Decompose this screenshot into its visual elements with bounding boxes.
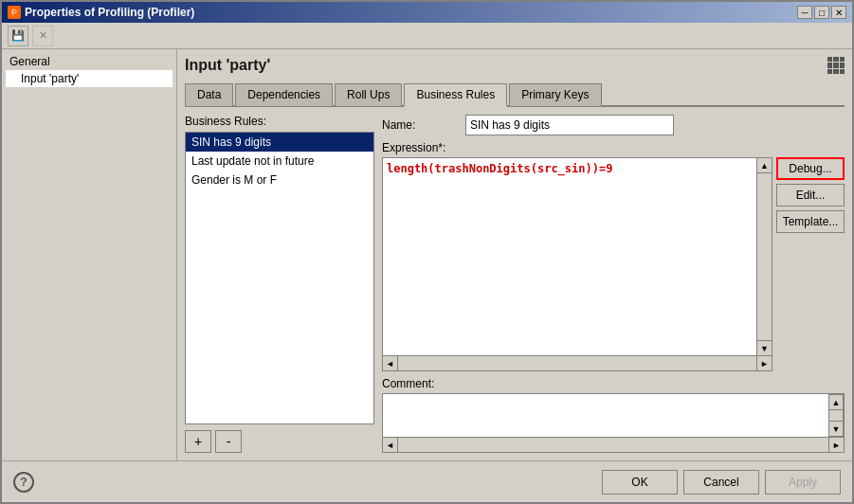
panel-title: Input 'party' xyxy=(185,57,270,74)
edit-button[interactable]: Edit... xyxy=(776,184,845,207)
maximize-button[interactable]: □ xyxy=(814,6,829,19)
toolbar: 💾 ✕ xyxy=(2,23,852,49)
bottom-bar: ? OK Cancel Apply xyxy=(2,460,852,502)
expression-hscrollbar[interactable]: ◄ ► xyxy=(382,356,772,371)
expr-scroll-down[interactable]: ▼ xyxy=(757,340,772,355)
sidebar-item-input-party[interactable]: Input 'party' xyxy=(6,70,173,87)
name-input[interactable] xyxy=(465,115,674,135)
expr-hscroll-right[interactable]: ► xyxy=(756,356,772,370)
comment-input[interactable] xyxy=(383,394,828,437)
window-icon: P xyxy=(8,6,21,19)
br-list-item-2[interactable]: Gender is M or F xyxy=(186,171,373,189)
expr-hscroll-track xyxy=(398,356,756,370)
br-list-item-1[interactable]: Last update not in future xyxy=(186,152,373,171)
tabs-row: Data Dependencies Roll Ups Business Rule… xyxy=(185,81,845,107)
br-list-item-0[interactable]: SIN has 9 digits xyxy=(186,133,373,152)
title-bar-left: P Properties of Profiling (Profiler) xyxy=(8,6,194,19)
comment-hscroll-track xyxy=(398,438,828,452)
comment-scroll-up[interactable]: ▲ xyxy=(829,395,843,410)
expression-label: Expression*: xyxy=(382,141,845,154)
tab-roll-ups[interactable]: Roll Ups xyxy=(335,83,402,107)
ok-button[interactable]: OK xyxy=(602,470,678,495)
expr-scroll-up[interactable]: ▲ xyxy=(757,158,772,173)
main-area: General Input 'party' Input 'party' xyxy=(2,49,852,460)
comment-scroll-down[interactable]: ▼ xyxy=(829,421,843,436)
name-label: Name: xyxy=(382,118,458,132)
comment-hscroll-right[interactable]: ► xyxy=(828,438,844,452)
tab-business-rules[interactable]: Business Rules xyxy=(404,83,507,107)
expression-display: length(trashNonDigits(src_sin))=9 xyxy=(383,158,756,355)
title-bar: P Properties of Profiling (Profiler) ─ □… xyxy=(2,2,852,23)
action-buttons: Debug... Edit... Template... xyxy=(776,157,845,371)
remove-rule-button[interactable]: - xyxy=(215,430,242,453)
br-right: Name: Expression*: length(trashNonDigits… xyxy=(382,115,845,453)
tab-data[interactable]: Data xyxy=(185,83,233,107)
save-button[interactable]: 💾 xyxy=(8,26,28,46)
cancel-button[interactable]: Cancel xyxy=(683,470,759,495)
br-list[interactable]: SIN has 9 digits Last update not in futu… xyxy=(185,132,374,424)
add-rule-button[interactable]: + xyxy=(185,430,211,453)
br-left: Business Rules: SIN has 9 digits Last up… xyxy=(185,115,374,453)
template-button[interactable]: Template... xyxy=(776,210,845,233)
comment-section: Comment: ▲ ▼ xyxy=(382,377,845,453)
tab-primary-keys[interactable]: Primary Keys xyxy=(509,83,601,107)
apply-button[interactable]: Apply xyxy=(765,470,841,495)
tab-dependencies[interactable]: Dependencies xyxy=(235,83,333,107)
comment-label: Comment: xyxy=(382,377,845,390)
br-list-buttons: + - xyxy=(185,430,374,453)
expression-vscrollbar[interactable]: ▲ ▼ xyxy=(756,158,772,355)
delete-button[interactable]: ✕ xyxy=(32,26,53,46)
comment-hscrollbar[interactable]: ◄ ► xyxy=(383,437,844,452)
grid-icon xyxy=(827,57,845,74)
right-panel: Input 'party' Data xyxy=(177,49,852,460)
expr-hscroll-left[interactable]: ◄ xyxy=(383,356,398,370)
title-buttons: ─ □ ✕ xyxy=(797,6,846,19)
business-rules-content: Business Rules: SIN has 9 digits Last up… xyxy=(185,115,845,453)
bottom-left: ? xyxy=(13,472,34,493)
panel-header: Input 'party' xyxy=(185,57,845,74)
debug-button[interactable]: Debug... xyxy=(776,157,845,180)
expression-code: length(trashNonDigits(src_sin))=9 xyxy=(387,162,612,175)
expression-container: length(trashNonDigits(src_sin))=9 ▲ ▼ ◄ xyxy=(382,157,772,371)
comment-hscroll-left[interactable]: ◄ xyxy=(383,438,398,452)
main-window: P Properties of Profiling (Profiler) ─ □… xyxy=(0,0,854,504)
help-button[interactable]: ? xyxy=(13,472,34,493)
comment-vscrollbar[interactable]: ▲ ▼ xyxy=(828,394,844,437)
bottom-right: OK Cancel Apply xyxy=(602,470,841,495)
window-title: Properties of Profiling (Profiler) xyxy=(25,6,194,19)
close-button[interactable]: ✕ xyxy=(831,6,846,19)
comment-scroll-mid xyxy=(829,410,843,421)
sidebar-item-general[interactable]: General xyxy=(6,53,173,70)
expression-section: Expression*: length(trashNonDigits(src_s… xyxy=(382,141,845,371)
name-row: Name: xyxy=(382,115,845,135)
sidebar: General Input 'party' xyxy=(2,49,177,460)
br-section-label: Business Rules: xyxy=(185,115,374,128)
minimize-button[interactable]: ─ xyxy=(797,6,812,19)
comment-wrap: ▲ ▼ ◄ ► xyxy=(382,393,845,453)
